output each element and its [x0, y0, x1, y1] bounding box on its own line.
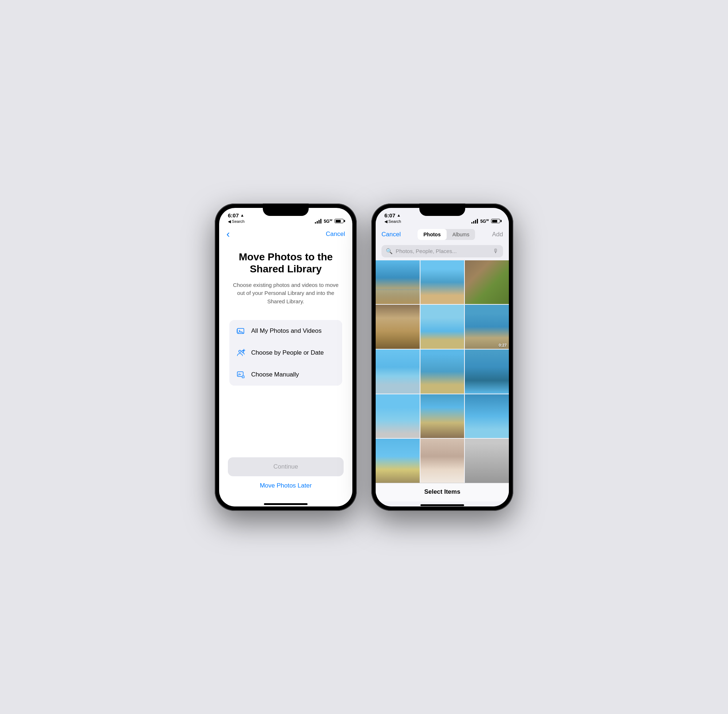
signal-bar-4	[320, 219, 321, 224]
phone2-topbar: Cancel Photos Albums Add	[376, 226, 509, 244]
options-card: All My Photos and Videos	[229, 320, 342, 386]
svg-point-3	[239, 350, 241, 352]
svg-point-4	[242, 351, 244, 352]
photos-icon	[236, 326, 246, 336]
phone-notch-2	[419, 204, 465, 216]
network-2: 5GW	[480, 219, 489, 224]
time-2: 6:07	[384, 212, 395, 219]
photo-cell-3[interactable]	[465, 260, 509, 304]
status-icons-1: 5GW	[315, 219, 344, 224]
add-button[interactable]: Add	[492, 231, 503, 238]
tab-pill: Photos Albums	[418, 229, 475, 240]
nav-hint-2: ◀ Search	[384, 219, 401, 224]
location-arrow-2: ▲	[397, 213, 401, 218]
page-title: Move Photos to the Shared Library	[229, 251, 342, 275]
option-label-all: All My Photos and Videos	[251, 327, 321, 334]
phone-1-screen: 6:07 ▲ ◀ Search 5GW ‹	[219, 208, 352, 507]
battery-1	[334, 219, 344, 223]
mic-icon[interactable]: 🎙	[493, 248, 499, 255]
manual-icon	[236, 369, 246, 380]
status-icons-2: 5GW	[471, 219, 500, 224]
continue-button[interactable]: Continue	[228, 457, 344, 476]
photo-cell-8[interactable]	[421, 350, 464, 394]
signal-bar-3	[319, 220, 320, 224]
phone1-content: ‹ Cancel Move Photos to the Shared Libra…	[219, 226, 352, 507]
nav-hint-1: ◀ Search	[228, 219, 245, 224]
cancel-button-1[interactable]: Cancel	[326, 231, 345, 238]
svg-rect-1	[237, 329, 238, 333]
photo-cell-2[interactable]	[421, 260, 464, 304]
page-description: Choose existing photos and videos to mov…	[229, 281, 342, 306]
search-icon: 🔍	[386, 248, 393, 255]
battery-fill-2	[492, 220, 497, 222]
svg-point-11	[239, 373, 240, 374]
signal-bar-2-2	[473, 221, 474, 224]
photo-cell-4[interactable]	[376, 305, 420, 349]
phone1-footer: Continue Move Photos Later	[219, 450, 352, 500]
search-bar-wrap: 🔍 Photos, People, Places... 🎙	[376, 244, 509, 260]
option-label-people: Choose by People or Date	[251, 349, 324, 357]
signal-bar-1	[315, 222, 316, 224]
move-later-button[interactable]: Move Photos Later	[260, 482, 312, 489]
phone-2-screen: 6:07 ▲ ◀ Search 5GW	[376, 208, 509, 507]
signal-bars-2	[471, 219, 478, 224]
option-manually[interactable]: Choose Manually	[229, 364, 342, 386]
option-label-manual: Choose Manually	[251, 371, 299, 378]
video-duration-1: 0:27	[499, 343, 507, 347]
photo-cell-7[interactable]	[376, 350, 420, 394]
tab-albums[interactable]: Albums	[446, 229, 475, 240]
phone2-footer: Select Items	[376, 483, 509, 501]
signal-bar-2-1	[471, 222, 472, 224]
photo-cell-6[interactable]: 0:27	[465, 305, 509, 349]
option-by-people[interactable]: Choose by People or Date	[229, 342, 342, 364]
select-items-label: Select Items	[424, 488, 460, 495]
battery-2	[491, 219, 500, 223]
network-1: 5GW	[324, 219, 333, 224]
cancel-button-2[interactable]: Cancel	[382, 231, 401, 238]
search-input[interactable]: Photos, People, Places...	[395, 248, 490, 254]
photo-cell-12[interactable]	[465, 394, 509, 438]
photo-cell-15[interactable]	[465, 439, 509, 483]
time-1: 6:07	[228, 212, 239, 219]
tab-photos[interactable]: Photos	[418, 229, 446, 240]
phone-notch	[263, 204, 309, 216]
photo-cell-5[interactable]	[421, 305, 464, 349]
status-time-1: 6:07 ▲	[228, 212, 245, 219]
signal-bar-2-3	[475, 220, 476, 224]
photo-cell-10[interactable]	[376, 394, 420, 438]
location-arrow-1: ▲	[240, 213, 244, 218]
phone1-body: Move Photos to the Shared Library Choose…	[219, 244, 352, 450]
signal-bar-2-4	[477, 219, 478, 224]
photo-cell-14[interactable]	[421, 439, 464, 483]
home-indicator-2	[421, 504, 464, 506]
people-icon	[236, 348, 246, 358]
photo-cell-1[interactable]	[376, 260, 420, 304]
back-button[interactable]: ‹	[226, 229, 230, 239]
phone-1: 6:07 ▲ ◀ Search 5GW ‹	[215, 204, 357, 511]
photo-cell-9[interactable]	[465, 350, 509, 394]
status-time-2: 6:07 ▲	[384, 212, 401, 219]
photo-cell-13[interactable]	[376, 439, 420, 483]
signal-bars-1	[315, 219, 321, 224]
search-bar[interactable]: 🔍 Photos, People, Places... 🎙	[382, 245, 503, 257]
signal-bar-2	[317, 221, 318, 224]
battery-fill-1	[336, 220, 341, 222]
option-all-photos[interactable]: All My Photos and Videos	[229, 320, 342, 342]
photo-cell-11[interactable]	[421, 394, 464, 438]
home-indicator-1	[264, 503, 307, 505]
phone2-content: Cancel Photos Albums Add 🔍 Photos, Peopl…	[376, 226, 509, 507]
phone-2: 6:07 ▲ ◀ Search 5GW	[371, 204, 513, 511]
photos-grid: 0:27	[376, 260, 509, 483]
phone1-topbar: ‹ Cancel	[219, 226, 352, 244]
